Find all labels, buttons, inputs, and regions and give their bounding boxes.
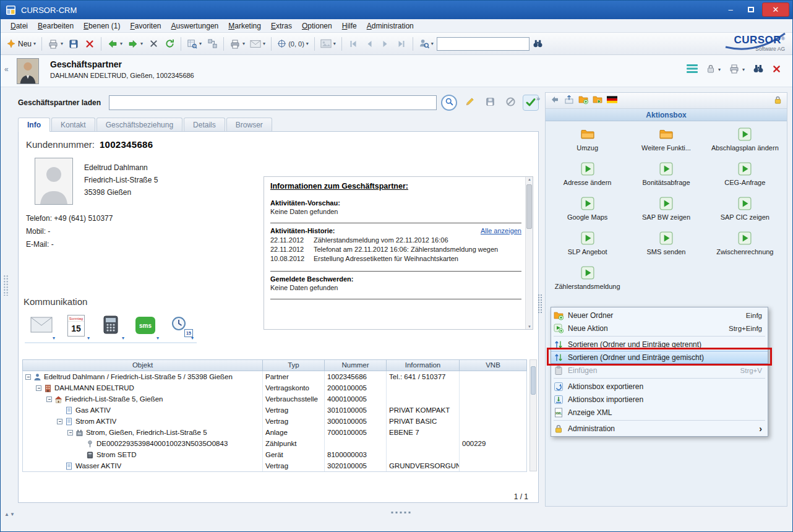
table-row[interactable]: DAHLMANN EDELTRUDVertragskonto2000100005 bbox=[23, 382, 526, 393]
column-header-objekt[interactable]: Objekt bbox=[23, 360, 263, 371]
tab-geschäftsbeziehung[interactable]: Geschäftsbeziehung bbox=[96, 118, 182, 131]
action-zählerstandsmeldung[interactable]: Zählerstandsmeldung bbox=[548, 266, 627, 291]
menu-hilfe[interactable]: Hilfe bbox=[337, 20, 362, 32]
pane-splitter[interactable]: » bbox=[536, 92, 544, 507]
menu-datei[interactable]: Datei bbox=[6, 20, 33, 32]
action-google-maps[interactable]: Google Maps bbox=[548, 197, 627, 222]
coordinates-button[interactable]: (0, 0) ▾ bbox=[275, 35, 311, 52]
print-record-icon[interactable] bbox=[729, 63, 740, 76]
nav-prev-button[interactable] bbox=[362, 35, 377, 52]
reminder-action[interactable]: 15 ▾ bbox=[166, 311, 194, 340]
scrollbar-thumb[interactable] bbox=[526, 184, 532, 229]
chevron-down-icon[interactable]: ▾ bbox=[191, 335, 194, 341]
minimize-button[interactable]: – bbox=[721, 2, 740, 17]
action-sap-cic-zeigen[interactable]: SAP CIC zeigen bbox=[706, 197, 784, 222]
context-menu-sortieren-ordner-und-einträge-gemischt[interactable]: Sortieren (Ordner und Einträge gemischt) bbox=[551, 351, 768, 364]
new-action-icon[interactable] bbox=[593, 95, 602, 106]
action-umzug[interactable]: Umzug bbox=[548, 127, 627, 153]
tab-browser[interactable]: Browser bbox=[226, 118, 272, 131]
back-arrow-icon[interactable] bbox=[550, 95, 560, 106]
find-button[interactable] bbox=[531, 35, 546, 52]
back-button[interactable]: ▾ bbox=[105, 35, 124, 52]
context-menu-aktionsbox-exportieren[interactable]: Aktionsbox exportieren bbox=[551, 380, 768, 393]
german-flag-icon[interactable] bbox=[607, 96, 617, 105]
menu-auswertungen[interactable]: Auswertungen bbox=[166, 20, 224, 32]
scroll-up-icon[interactable]: ▲ bbox=[526, 178, 533, 181]
sms-action[interactable]: sms ▾ bbox=[131, 311, 160, 340]
bottom-splitter-handle[interactable] bbox=[389, 510, 413, 515]
action-adresse-ändern[interactable]: Adresse ändern bbox=[548, 162, 627, 187]
splitter-handle[interactable] bbox=[538, 294, 542, 314]
lookup-button[interactable]: ▾ bbox=[185, 35, 204, 52]
infobox-scrollbar[interactable]: ▲ ▼ bbox=[525, 177, 533, 329]
tree-expander[interactable] bbox=[46, 397, 52, 402]
save-record-button[interactable] bbox=[482, 95, 498, 111]
close-record-button[interactable] bbox=[146, 35, 161, 52]
table-row[interactable]: Edeltrud Dahlmann / Friedrich-List-Straß… bbox=[23, 371, 526, 382]
tab-details[interactable]: Details bbox=[184, 118, 225, 131]
tree-expander[interactable] bbox=[36, 385, 41, 391]
new-folder-icon[interactable] bbox=[578, 95, 588, 106]
tree-expander[interactable] bbox=[67, 430, 73, 435]
quick-search-input[interactable] bbox=[437, 37, 529, 51]
left-panel-handle[interactable] bbox=[3, 275, 9, 296]
bottom-left-controls[interactable]: ▲▼ bbox=[4, 512, 15, 517]
menu-extras[interactable]: Extras bbox=[266, 20, 297, 32]
context-menu-anzeige-xml[interactable]: XMLAnzeige XML bbox=[551, 406, 768, 419]
context-menu-neuer-ordner[interactable]: Neuer OrdnerEinfg bbox=[551, 309, 768, 322]
person-search-button[interactable]: ▾ bbox=[417, 35, 435, 52]
context-menu-administration[interactable]: Administration› bbox=[551, 422, 768, 435]
column-header-typ[interactable]: Typ bbox=[263, 360, 325, 371]
context-menu-neue-aktion[interactable]: Neue AktionStrg+Einfg bbox=[551, 322, 768, 335]
image-button[interactable]: ▾ bbox=[319, 35, 338, 52]
show-all-link[interactable]: Alle anzeigen bbox=[481, 227, 521, 234]
print-button[interactable]: ▾ bbox=[46, 35, 65, 52]
delete-button[interactable] bbox=[82, 35, 97, 52]
action-sap-bw-zeigen[interactable]: SAP BW zeigen bbox=[627, 197, 705, 222]
context-menu-sortieren-ordner-und-einträge-getrennt[interactable]: Sortieren (Ordner und Einträge getrennt) bbox=[551, 338, 768, 351]
action-bonitätsabfrage[interactable]: Bonitätsabfrage bbox=[627, 162, 705, 187]
phone-action[interactable]: ▾ bbox=[96, 311, 125, 340]
table-row[interactable]: Gas AKTIVVertrag3010100005PRIVAT KOMPAKT bbox=[23, 405, 526, 416]
action-zwischenrechnung[interactable]: Zwischenrechnung bbox=[706, 231, 784, 257]
chevron-down-icon[interactable]: ▾ bbox=[156, 335, 159, 341]
table-row[interactable]: Wasser AKTIVVertrag3020100005GRUNDVERSOR… bbox=[23, 460, 526, 471]
tree-expander[interactable] bbox=[57, 419, 62, 424]
nav-first-button[interactable] bbox=[346, 35, 361, 52]
search-record-icon[interactable] bbox=[753, 63, 764, 76]
chevron-down-icon[interactable]: ▾ bbox=[742, 67, 745, 72]
partner-load-input[interactable] bbox=[109, 95, 437, 110]
menu-administration[interactable]: Administration bbox=[362, 20, 419, 32]
save-button[interactable] bbox=[66, 35, 81, 52]
refresh-button[interactable] bbox=[162, 35, 177, 52]
action-abschlagsplan-ändern[interactable]: Abschlagsplan ändern bbox=[706, 127, 784, 153]
action-ceg-anfrage[interactable]: CEG-Anfrage bbox=[706, 162, 784, 187]
column-header-vnb[interactable]: VNB bbox=[460, 360, 526, 371]
nav-last-button[interactable] bbox=[394, 35, 409, 52]
edit-button[interactable] bbox=[461, 95, 478, 111]
email-action[interactable]: ▾ bbox=[27, 311, 56, 340]
action-weitere-funkti[interactable]: Weitere Funkti... bbox=[627, 127, 705, 153]
mail-button[interactable]: ▾ bbox=[248, 35, 267, 52]
scrollbar-thumb[interactable] bbox=[531, 366, 536, 395]
relations-button[interactable] bbox=[205, 35, 220, 52]
action-sms-senden[interactable]: SMS senden bbox=[627, 231, 705, 257]
maximize-button[interactable] bbox=[742, 2, 760, 17]
menu-marketing[interactable]: Marketing bbox=[223, 20, 266, 32]
close-view-icon[interactable] bbox=[772, 64, 781, 75]
lock-icon[interactable] bbox=[773, 95, 782, 106]
close-button[interactable]: ✕ bbox=[762, 2, 789, 17]
column-header-nummer[interactable]: Nummer bbox=[325, 360, 387, 371]
lock-icon[interactable] bbox=[706, 64, 716, 75]
search-button[interactable] bbox=[441, 95, 457, 111]
table-row[interactable]: Strom SETDGerät8100000003 bbox=[23, 449, 526, 460]
nav-next-button[interactable] bbox=[378, 35, 393, 52]
chevron-down-icon[interactable]: ▾ bbox=[718, 67, 721, 72]
menu-ebenen-1[interactable]: Ebenen (1) bbox=[79, 20, 125, 32]
collapse-left-icon[interactable]: « bbox=[4, 65, 9, 74]
action-slp-angebot[interactable]: SLP Angebot bbox=[548, 231, 627, 257]
menu-list-icon[interactable] bbox=[687, 64, 698, 75]
menu-favoriten[interactable]: Favoriten bbox=[125, 20, 166, 32]
chevron-down-icon[interactable]: ▾ bbox=[87, 335, 90, 341]
cancel-button[interactable] bbox=[502, 95, 518, 111]
